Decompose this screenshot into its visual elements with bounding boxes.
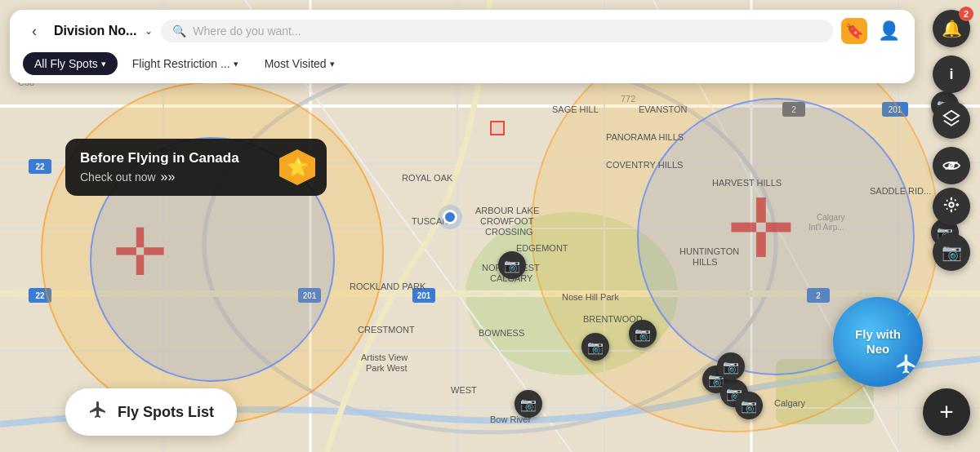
- profile-icon[interactable]: 👤: [875, 18, 902, 44]
- map-label-edgemont: EDGEMONT: [516, 243, 568, 253]
- map-label-evanston: EVANSTON: [639, 104, 688, 114]
- red-cross-right: ✛: [727, 188, 795, 269]
- bell-icon: 🔔: [942, 19, 962, 38]
- map-label-artists-view: Artists View: [361, 352, 408, 362]
- shield-icon: ⭐: [279, 149, 315, 185]
- tab-most-visited-label: Most Visited: [265, 57, 327, 70]
- tab-all-fly-spots-label: All Fly Spots: [34, 57, 98, 70]
- right-buttons-top: 🔔 2 i: [933, 10, 970, 184]
- svg-text:201: 201: [417, 291, 431, 300]
- map-label-arbour-lake: ARBOUR LAKE: [475, 206, 539, 215]
- search-placeholder: Where do you want...: [193, 24, 301, 38]
- header-actions: 🔖 👤: [841, 18, 902, 44]
- restriction-marker-small: [490, 121, 505, 135]
- map-label-harvest-hills: HARVEST HILLS: [712, 178, 782, 188]
- tab-most-visited[interactable]: Most Visited ▾: [253, 52, 346, 75]
- map-label-saddle-ridge: SADDLE RID...: [870, 186, 931, 196]
- info-button[interactable]: i: [933, 55, 970, 93]
- location-chevron[interactable]: ⌄: [145, 25, 153, 37]
- map-label-royal-oak: ROYAL OAK: [402, 173, 452, 183]
- camera-marker-2[interactable]: 📷: [498, 251, 526, 279]
- header-bar: ‹ Division No... ⌄ 🔍 Where do you want..…: [10, 10, 915, 83]
- camera-marker-7[interactable]: 📷: [735, 392, 763, 419]
- tab-all-fly-spots[interactable]: All Fly Spots ▾: [23, 52, 118, 75]
- tab-all-fly-spots-chevron: ▾: [101, 59, 106, 69]
- svg-point-45: [949, 202, 954, 207]
- map-label-crossing: CROSSING: [485, 227, 533, 237]
- search-icon: 🔍: [172, 24, 186, 38]
- map-label-coventry-hills: COVENTRY HILLS: [606, 160, 683, 170]
- svg-point-46: [946, 198, 958, 210]
- location-title: Division No...: [54, 24, 136, 38]
- layers-button[interactable]: [933, 101, 970, 139]
- map-label-hills: HILLS: [693, 257, 718, 267]
- banner-arrows: »»: [161, 170, 176, 184]
- eye-button[interactable]: [933, 147, 970, 184]
- plus-icon: +: [939, 398, 954, 426]
- map-label-west: WEST: [451, 385, 477, 395]
- map-label-park-west: Park West: [366, 363, 408, 373]
- red-cross-left: ✛: [113, 220, 167, 286]
- banner-title: Before Flying in Canada: [80, 150, 278, 166]
- map-label-panorama-hills: PANORAMA HILLS: [606, 132, 684, 142]
- neo-text-line2: Neo: [866, 342, 889, 357]
- map-label-crestmont: CRESTMONT: [358, 325, 415, 335]
- bookmark-icon[interactable]: 🔖: [841, 18, 867, 44]
- camera-side-button[interactable]: 📷: [933, 233, 970, 271]
- locate-button[interactable]: [933, 188, 970, 225]
- tab-flight-restriction-label: Flight Restriction ...: [132, 57, 230, 70]
- notification-badge: 2: [959, 7, 973, 21]
- svg-marker-42: [944, 110, 959, 120]
- camera-marker-8[interactable]: 📷: [717, 352, 745, 380]
- fly-spots-list-label: Fly Spots List: [118, 404, 214, 421]
- bell-button[interactable]: 🔔 2: [933, 10, 970, 47]
- svg-text:22: 22: [35, 291, 45, 300]
- camera-marker-4[interactable]: 📷: [629, 320, 657, 348]
- camera-marker-9[interactable]: 📷: [514, 390, 542, 418]
- map-label-calgary: Calgary: [774, 398, 805, 408]
- map-label-bowness: BOWNESS: [479, 328, 524, 338]
- map-label-huntington: HUNTINGTON: [679, 246, 739, 256]
- banner-subtitle: Check out now »»: [80, 170, 278, 184]
- neo-plane-icon: [895, 352, 918, 380]
- fly-with-neo-button[interactable]: ↗ Fly with Neo: [833, 297, 923, 387]
- search-bar[interactable]: 🔍 Where do you want...: [161, 20, 833, 42]
- svg-text:22: 22: [35, 162, 45, 171]
- back-button[interactable]: ‹: [23, 20, 46, 42]
- info-icon: i: [949, 66, 953, 83]
- tab-flight-restriction-chevron: ▾: [234, 59, 238, 69]
- location-dot: [443, 210, 457, 224]
- camera-marker-3[interactable]: 📷: [581, 333, 609, 361]
- tab-most-visited-chevron: ▾: [330, 59, 335, 69]
- layers-icon: [942, 109, 960, 131]
- fab-add-button[interactable]: +: [923, 388, 970, 436]
- neo-text-line1: Fly with: [855, 327, 901, 342]
- map-label-sage-hill: SAGE HILL: [552, 104, 599, 114]
- fly-spots-list-button[interactable]: Fly Spots List: [65, 388, 237, 436]
- neo-arrow-icon: ↗: [906, 304, 916, 319]
- camera-side-icon: 📷: [942, 242, 962, 262]
- before-flying-banner[interactable]: Before Flying in Canada Check out now »»…: [65, 139, 327, 196]
- tab-bar: All Fly Spots ▾ Flight Restriction ... ▾…: [23, 52, 902, 75]
- right-buttons-mid: 📷: [933, 188, 970, 271]
- fly-icon: [88, 400, 108, 424]
- map-label-crowfoot: CROWFOOT: [480, 216, 533, 226]
- map-label-rockland-park: ROCKLAND PARK: [350, 281, 425, 291]
- eye-icon: [942, 157, 960, 175]
- map-label-nose-hill-park: Nose Hill Park: [562, 292, 619, 302]
- tab-flight-restriction[interactable]: Flight Restriction ... ▾: [121, 52, 250, 75]
- locate-icon: [942, 196, 960, 218]
